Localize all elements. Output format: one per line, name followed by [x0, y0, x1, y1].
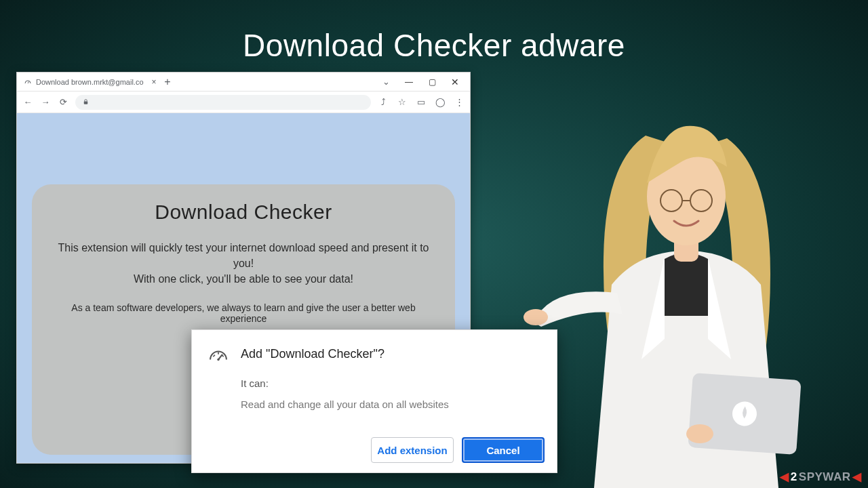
- url-field[interactable]: [75, 95, 371, 110]
- banner-title: Download Checker adware: [0, 27, 868, 64]
- dialog-permission: Read and change all your data on all web…: [241, 399, 542, 410]
- new-tab-button[interactable]: +: [159, 73, 176, 91]
- window-controls: ⌄ — ▢ ✕: [375, 73, 470, 91]
- add-extension-button[interactable]: Add extension: [371, 437, 454, 463]
- nav-forward-icon[interactable]: →: [40, 97, 51, 107]
- svg-point-14: [524, 309, 548, 325]
- page-lead-1: This extension will quickly test your in…: [52, 240, 435, 271]
- banner: Download Checker adware Download brown.m…: [0, 0, 868, 488]
- watermark-caret2-icon: ◀: [852, 470, 862, 484]
- gauge-favicon-icon: [24, 78, 32, 86]
- browser-titlebar: Download brown.mrkt@gmail.co × + ⌄ — ▢ ✕: [17, 73, 470, 92]
- nav-reload-icon[interactable]: ⟳: [58, 97, 68, 107]
- browser-tab[interactable]: Download brown.mrkt@gmail.co ×: [17, 73, 159, 91]
- page-sub: As a team software developers, we always…: [52, 302, 435, 324]
- watermark-caret-icon: ◀: [780, 470, 789, 484]
- dialog-header: Add "Download Checker"?: [207, 342, 542, 365]
- gauge-extension-icon: [207, 342, 230, 365]
- dialog-title: Add "Download Checker"?: [241, 347, 384, 361]
- svg-rect-1: [84, 102, 88, 104]
- profile-icon[interactable]: ◯: [435, 97, 446, 108]
- tab-close-icon[interactable]: ×: [152, 77, 157, 87]
- star-icon[interactable]: ☆: [397, 97, 408, 108]
- lock-icon: [82, 98, 90, 106]
- kebab-menu-icon[interactable]: ⋮: [454, 97, 465, 108]
- svg-line-0: [28, 81, 29, 83]
- dialog-buttons: Add extension Cancel: [371, 437, 545, 463]
- watermark-two: 2: [791, 470, 797, 484]
- page-heading: Download Checker: [52, 201, 435, 224]
- dialog-body: It can: Read and change all your data on…: [241, 378, 542, 410]
- window-close-button[interactable]: ✕: [444, 75, 466, 89]
- tab-title: Download brown.mrkt@gmail.co: [36, 78, 144, 86]
- tab-overflow-icon[interactable]: ⌄: [375, 75, 397, 89]
- extension-install-dialog: Add "Download Checker"? It can: Read and…: [191, 329, 557, 473]
- toolbar-right: ⤴ ☆ ▭ ◯ ⋮: [378, 97, 465, 108]
- cancel-button[interactable]: Cancel: [462, 437, 545, 463]
- watermark-text: SPYWAR: [799, 470, 851, 484]
- address-bar: ← → ⟳ ⤴ ☆ ▭ ◯ ⋮: [17, 92, 470, 113]
- presenter-photo: [524, 81, 835, 488]
- svg-point-23: [217, 359, 219, 361]
- titlebar-spacer: [176, 73, 375, 91]
- svg-line-19: [213, 355, 215, 357]
- dialog-itcan: It can:: [241, 378, 542, 389]
- svg-point-18: [686, 424, 713, 443]
- window-maximize-button[interactable]: ▢: [421, 75, 443, 89]
- share-icon[interactable]: ⤴: [378, 97, 389, 108]
- nav-back-icon[interactable]: ←: [22, 97, 33, 107]
- window-minimize-button[interactable]: —: [398, 75, 420, 89]
- side-panel-icon[interactable]: ▭: [416, 97, 427, 108]
- page-lead-2: With one click, you'll be able to see yo…: [52, 271, 435, 287]
- watermark: ◀ 2 SPYWAR ◀: [780, 470, 861, 484]
